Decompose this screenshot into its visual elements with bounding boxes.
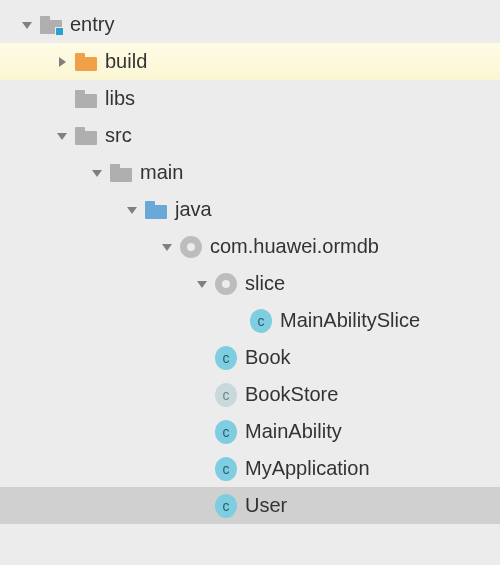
folder-icon: [75, 125, 97, 147]
tree-row-class-mainabilityslice[interactable]: c MainAbilitySlice: [0, 302, 500, 339]
tree-label: BookStore: [245, 383, 338, 406]
tree-label: build: [105, 50, 147, 73]
folder-icon: [110, 162, 132, 184]
tree-label: MyApplication: [245, 457, 370, 480]
class-icon: c: [215, 347, 237, 369]
tree-row-package[interactable]: com.huawei.ormdb: [0, 228, 500, 265]
folder-icon: [75, 88, 97, 110]
tree-row-class-myapplication[interactable]: c MyApplication: [0, 450, 500, 487]
tree-row-main[interactable]: main: [0, 154, 500, 191]
chevron-down-icon[interactable]: [160, 240, 174, 254]
tree-row-slice[interactable]: slice: [0, 265, 500, 302]
build-folder-icon: [75, 51, 97, 73]
tree-row-class-mainability[interactable]: c MainAbility: [0, 413, 500, 450]
tree-label: src: [105, 124, 132, 147]
tree-row-class-book[interactable]: c Book: [0, 339, 500, 376]
class-icon: c: [215, 495, 237, 517]
tree-row-build[interactable]: build: [0, 43, 500, 80]
class-icon: c: [215, 421, 237, 443]
project-tree: entry build libs src main: [0, 0, 500, 524]
tree-row-class-bookstore[interactable]: c BookStore: [0, 376, 500, 413]
tree-label: User: [245, 494, 287, 517]
tree-label: entry: [70, 13, 114, 36]
tree-label: libs: [105, 87, 135, 110]
package-icon: [180, 236, 202, 258]
tree-label: main: [140, 161, 183, 184]
chevron-down-icon[interactable]: [55, 129, 69, 143]
chevron-down-icon[interactable]: [195, 277, 209, 291]
source-folder-icon: [145, 199, 167, 221]
class-icon: c: [250, 310, 272, 332]
tree-row-entry[interactable]: entry: [0, 6, 500, 43]
tree-label: MainAbility: [245, 420, 342, 443]
tree-row-src[interactable]: src: [0, 117, 500, 154]
tree-label: slice: [245, 272, 285, 295]
tree-row-libs[interactable]: libs: [0, 80, 500, 117]
chevron-right-icon[interactable]: [55, 55, 69, 69]
tree-label: Book: [245, 346, 291, 369]
chevron-down-icon[interactable]: [20, 18, 34, 32]
tree-label: java: [175, 198, 212, 221]
module-folder-icon: [40, 14, 62, 36]
class-icon: c: [215, 384, 237, 406]
tree-row-java[interactable]: java: [0, 191, 500, 228]
tree-row-class-user[interactable]: c User: [0, 487, 500, 524]
chevron-down-icon[interactable]: [90, 166, 104, 180]
tree-label: com.huawei.ormdb: [210, 235, 379, 258]
package-icon: [215, 273, 237, 295]
tree-label: MainAbilitySlice: [280, 309, 420, 332]
chevron-down-icon[interactable]: [125, 203, 139, 217]
class-icon: c: [215, 458, 237, 480]
